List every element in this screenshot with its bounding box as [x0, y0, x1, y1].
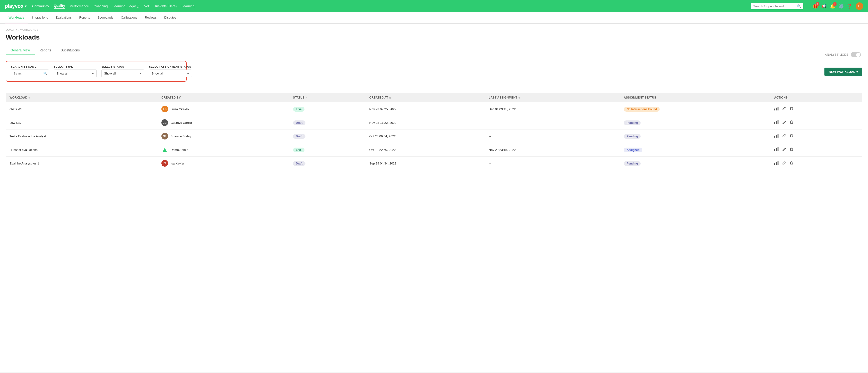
edit-icon-button[interactable] — [782, 134, 786, 138]
status-cell: Live — [289, 143, 366, 157]
delete-icon-button[interactable] — [790, 134, 793, 138]
svg-rect-14 — [776, 162, 777, 165]
col-created-by: CREATED BY — [158, 93, 289, 102]
actions-cell — [770, 143, 862, 157]
tab-reports[interactable]: Reports — [35, 46, 56, 55]
view-tabs: General view Reports Substitutions — [6, 46, 862, 55]
subnav-scorecards[interactable]: Scorecards — [94, 12, 117, 23]
select-type-dropdown[interactable]: Show all — [54, 69, 97, 77]
megaphone-icon-button[interactable]: 📢 — [822, 4, 827, 9]
subnav-interactions[interactable]: Interactions — [28, 12, 52, 23]
logo-dropdown-icon[interactable]: ▾ — [25, 4, 26, 8]
logo-text: playvox — [5, 3, 23, 9]
new-workload-button[interactable]: NEW WORKLOAD ▾ — [825, 68, 862, 76]
subnav-reports[interactable]: Reports — [75, 12, 94, 23]
avatar: LG — [161, 106, 168, 112]
global-search[interactable]: 🔍 — [751, 3, 803, 9]
svg-rect-2 — [778, 106, 778, 111]
nav-voc[interactable]: VoC — [144, 4, 150, 8]
edit-icon-button[interactable] — [782, 161, 786, 166]
chart-icon-button[interactable] — [774, 120, 778, 125]
sort-icon-status[interactable]: ⇅ — [305, 96, 307, 99]
bell-icon-button[interactable]: 🔔 8 — [830, 4, 835, 9]
delete-icon-button[interactable] — [790, 120, 793, 125]
creator-name: Luisa Giraldo — [170, 107, 189, 111]
last-assignment: Nov 29 23:15, 2022 — [485, 143, 620, 157]
actions-cell — [770, 102, 862, 116]
created-at: Nov 23 09:25, 2022 — [366, 102, 485, 116]
created-by: SFShanice Friday — [158, 129, 289, 143]
status-badge: Draft — [293, 161, 305, 166]
svg-rect-1 — [776, 107, 777, 111]
chart-icon-button[interactable] — [774, 106, 778, 112]
created-by: Demo Admin — [158, 143, 289, 157]
page-title: Workloads — [6, 34, 862, 41]
edit-icon-button[interactable] — [782, 120, 786, 125]
nav-quality[interactable]: Quality — [54, 4, 65, 8]
edit-icon-button[interactable] — [782, 147, 786, 152]
creator-name: Shanice Friday — [170, 134, 191, 138]
tab-general-view[interactable]: General view — [6, 46, 35, 55]
creator-cell: GGGustavo Garcia — [161, 119, 285, 126]
edit-icon-button[interactable] — [782, 106, 786, 112]
svg-rect-6 — [774, 136, 775, 137]
sort-icon-last-assignment[interactable]: ⇅ — [518, 96, 520, 99]
chart-icon-button[interactable] — [774, 147, 778, 152]
nav-insights-beta[interactable]: Insights (Beta) — [155, 4, 177, 8]
help-icon-button[interactable]: ❓ — [847, 4, 852, 9]
subnav-workloads[interactable]: Workloads — [5, 12, 28, 23]
assignment-status-badge: Pending — [624, 120, 641, 125]
nav-learning[interactable]: Learning — [181, 4, 194, 8]
avatar: GG — [161, 119, 168, 126]
subnav-reviews[interactable]: Reviews — [141, 12, 160, 23]
workload-name: Hubspot evaluations — [6, 143, 158, 157]
assignment-status-badge: Pending — [624, 161, 641, 166]
sort-icon-workload[interactable]: ⇅ — [28, 96, 30, 99]
assignment-status-cell: Pending — [620, 129, 770, 143]
user-avatar[interactable]: U — [856, 2, 863, 10]
logo[interactable]: playvox ▾ — [5, 3, 26, 9]
chart-icon-button[interactable] — [774, 134, 778, 138]
creator-cell: SFShanice Friday — [161, 133, 285, 139]
delete-icon-button[interactable] — [790, 106, 793, 112]
settings-icon-button[interactable]: ⚙️ — [838, 4, 844, 9]
delete-icon-button[interactable] — [790, 147, 793, 152]
assignment-status-cell: Pending — [620, 157, 770, 170]
created-by: LGLuisa Giraldo — [158, 102, 289, 116]
nav-performance[interactable]: Performance — [70, 4, 89, 8]
table-row: Eval the Analyst test1IXIsa XavierDraftS… — [6, 157, 862, 170]
select-type-label: SELECT TYPE — [54, 65, 97, 68]
svg-rect-8 — [778, 134, 778, 137]
subnav-calibrations[interactable]: Calibrations — [117, 12, 141, 23]
actions-cell — [770, 116, 862, 129]
status-badge: Live — [293, 148, 305, 152]
tab-substitutions[interactable]: Substitutions — [56, 46, 85, 55]
global-search-input[interactable] — [753, 4, 795, 8]
creator-cell: LGLuisa Giraldo — [161, 106, 285, 112]
search-by-name-label: SEARCH BY NAME — [11, 65, 49, 68]
created-at: Nov 08 11:22, 2022 — [366, 116, 485, 129]
subnav-evaluations[interactable]: Evaluations — [52, 12, 75, 23]
analyst-mode-toggle[interactable] — [851, 52, 861, 57]
nav-learning-legacy[interactable]: Learning (Legacy) — [113, 4, 140, 8]
nav-coaching[interactable]: Coaching — [94, 4, 107, 8]
nav-community[interactable]: Community — [32, 4, 49, 8]
table-row: Low CSATGGGustavo GarciaDraftNov 08 11:2… — [6, 116, 862, 129]
breadcrumb-parent: QUALITY — [6, 28, 18, 31]
creator-cell: Demo Admin — [161, 146, 285, 153]
created-by: IXIsa Xavier — [158, 157, 289, 170]
sort-icon-created-at[interactable]: ⇅ — [389, 96, 391, 99]
created-at: Oct 28 09:54, 2022 — [366, 129, 485, 143]
chart-icon-button[interactable] — [774, 161, 778, 166]
creator-name: Isa Xavier — [170, 162, 184, 165]
new-workload-label: NEW WORKLOAD ▾ — [829, 70, 858, 73]
select-assignment-dropdown[interactable]: Show all — [149, 69, 192, 77]
top-nav-links: Community Quality Performance Coaching L… — [32, 4, 194, 8]
breadcrumb: QUALITY / WORKLOADS — [6, 28, 862, 31]
breadcrumb-separator: / — [19, 28, 20, 31]
subnav-disputes[interactable]: Disputes — [160, 12, 180, 23]
select-status-dropdown[interactable]: Show all — [101, 69, 144, 77]
page-content: QUALITY / WORKLOADS ANALYST MODE Workloa… — [0, 24, 868, 372]
delete-icon-button[interactable] — [790, 161, 793, 166]
gift-icon-button[interactable]: 🎁 1 — [813, 4, 818, 9]
